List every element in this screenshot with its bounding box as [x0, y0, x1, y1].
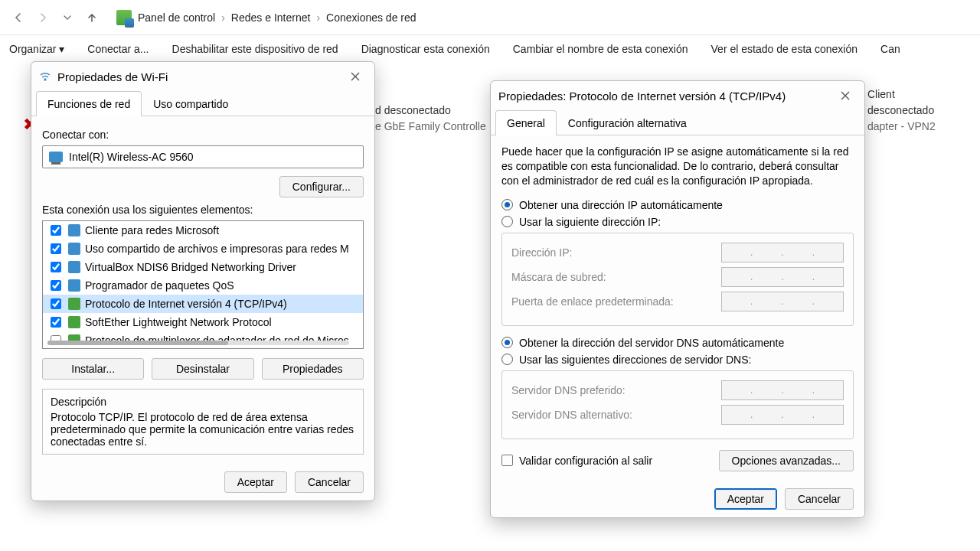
- ok-button[interactable]: Aceptar: [224, 471, 287, 493]
- protocol-icon: [68, 279, 80, 292]
- radio-auto-dns[interactable]: Obtener la dirección del servidor DNS au…: [501, 337, 854, 349]
- properties-button[interactable]: Propiedades: [262, 358, 364, 380]
- protocol-icon: [68, 316, 80, 328]
- breadcrumb-item[interactable]: Conexiones de red: [326, 11, 416, 24]
- wifi-icon: [39, 70, 51, 83]
- organize-menu[interactable]: Organizar ▾: [9, 43, 64, 55]
- up-button[interactable]: [80, 5, 104, 30]
- back-button[interactable]: [6, 5, 31, 30]
- explorer-navbar: Panel de control › Redes e Internet › Co…: [0, 0, 980, 35]
- protocol-icon: [68, 261, 80, 273]
- tab-sharing[interactable]: Uso compartido: [142, 91, 240, 116]
- dns-alternate-input: ...: [721, 405, 844, 425]
- configure-button[interactable]: Configurar...: [279, 176, 364, 197]
- element-item[interactable]: Protocolo de Internet versión 4 (TCP/IPv…: [43, 295, 363, 313]
- cancel-button[interactable]: Cancelar: [295, 471, 364, 493]
- close-button[interactable]: [834, 84, 857, 107]
- ipv4-tabs: General Configuración alternativa: [491, 110, 864, 135]
- close-button[interactable]: [344, 65, 367, 88]
- element-item[interactable]: Cliente para redes Microsoft: [43, 221, 363, 240]
- element-checkbox[interactable]: [51, 317, 61, 328]
- element-checkbox[interactable]: [51, 298, 61, 309]
- breadcrumb-item[interactable]: Redes e Internet: [231, 11, 311, 24]
- ipv4-title: Propiedades: Protocolo de Internet versi…: [498, 90, 786, 103]
- bg-text: Client: [867, 88, 895, 100]
- horizontal-scrollbar[interactable]: [47, 341, 349, 345]
- subnet-mask-label: Máscara de subred:: [511, 271, 721, 283]
- radio-icon: [501, 337, 513, 348]
- dns-preferred-input: ...: [721, 380, 844, 400]
- breadcrumb-item[interactable]: Panel de control: [138, 11, 215, 24]
- element-label: VirtualBox NDIS6 Bridged Networking Driv…: [85, 261, 296, 273]
- elements-list[interactable]: Cliente para redes MicrosoftUso comparti…: [42, 220, 364, 349]
- wifi-properties-dialog: Propiedades de Wi-Fi Funciones de red Us…: [31, 61, 375, 501]
- checkbox-icon: [501, 455, 513, 466]
- bg-text: dapter - VPN2: [867, 120, 936, 132]
- radio-label: Usar las siguientes direcciones de servi…: [519, 354, 751, 366]
- element-item[interactable]: SoftEther Lightweight Network Protocol: [43, 313, 363, 331]
- elements-label: Esta conexión usa los siguientes element…: [42, 204, 364, 216]
- element-checkbox[interactable]: [51, 225, 61, 236]
- dns-preferred-label: Servidor DNS preferido:: [511, 384, 721, 396]
- radio-manual-dns[interactable]: Usar las siguientes direcciones de servi…: [501, 354, 854, 366]
- install-button[interactable]: Instalar...: [42, 358, 144, 380]
- ipv4-titlebar: Propiedades: Protocolo de Internet versi…: [491, 81, 864, 110]
- element-checkbox[interactable]: [51, 262, 61, 272]
- gateway-input: ...: [721, 292, 844, 311]
- element-item[interactable]: Programador de paquetes QoS: [43, 276, 363, 295]
- bg-text: d desconectado: [375, 104, 451, 116]
- description-text: Protocolo TCP/IP. El protocolo de red de…: [51, 411, 355, 448]
- ipv4-properties-dialog: Propiedades: Protocolo de Internet versi…: [490, 80, 865, 518]
- connect-to-button[interactable]: Conectar a...: [87, 43, 149, 55]
- element-label: Protocolo de Internet versión 4 (TCP/IPv…: [85, 298, 287, 310]
- element-checkbox[interactable]: [51, 243, 61, 254]
- adapter-name: Intel(R) Wireless-AC 9560: [69, 151, 194, 163]
- radio-auto-ip[interactable]: Obtener una dirección IP automáticamente: [501, 199, 854, 211]
- tab-network-functions[interactable]: Funciones de red: [36, 91, 142, 116]
- radio-label: Obtener una dirección IP automáticamente: [519, 199, 723, 211]
- tab-alternate-config[interactable]: Configuración alternativa: [557, 110, 698, 135]
- radio-icon: [501, 199, 513, 210]
- cancel-button[interactable]: Cancelar: [785, 488, 854, 510]
- wifi-title: Propiedades de Wi-Fi: [57, 70, 168, 83]
- gateway-label: Puerta de enlace predeterminada:: [511, 295, 721, 308]
- forward-button[interactable]: [31, 5, 55, 30]
- element-label: SoftEther Lightweight Network Protocol: [85, 316, 272, 328]
- element-checkbox[interactable]: [51, 280, 61, 291]
- rename-button[interactable]: Cambiar el nombre de esta conexión: [513, 43, 688, 55]
- wifi-titlebar: Propiedades de Wi-Fi: [31, 62, 374, 91]
- bg-text: e GbE Family Controlle: [375, 120, 486, 132]
- radio-icon: [501, 216, 513, 227]
- validate-checkbox[interactable]: Validar configuración al salir: [501, 455, 652, 467]
- diagnose-button[interactable]: Diagnosticar esta conexión: [361, 43, 490, 55]
- radio-label: Obtener la dirección del servidor DNS au…: [519, 337, 784, 349]
- element-item[interactable]: VirtualBox NDIS6 Bridged Networking Driv…: [43, 258, 363, 276]
- breadcrumb[interactable]: Panel de control › Redes e Internet › Co…: [116, 10, 416, 25]
- wifi-tabs: Funciones de red Uso compartido: [31, 91, 374, 116]
- protocol-icon: [68, 298, 80, 310]
- tab-general[interactable]: General: [495, 110, 557, 135]
- adapter-icon: [49, 152, 63, 162]
- ip-address-label: Dirección IP:: [511, 246, 721, 259]
- validate-label: Validar configuración al salir: [519, 455, 652, 467]
- chevron-right-icon: ›: [316, 11, 320, 24]
- protocol-icon: [68, 243, 80, 255]
- description-box: Descripción Protocolo TCP/IP. El protoco…: [42, 389, 364, 455]
- advanced-button[interactable]: Opciones avanzadas...: [719, 450, 854, 471]
- chevron-right-icon: ›: [221, 11, 225, 24]
- element-label: Cliente para redes Microsoft: [85, 224, 219, 236]
- ip-address-input: ...: [721, 243, 844, 262]
- ok-button[interactable]: Aceptar: [714, 488, 777, 510]
- subnet-mask-input: ...: [721, 267, 844, 287]
- radio-manual-ip[interactable]: Usar la siguiente dirección IP:: [501, 216, 854, 228]
- recent-dropdown[interactable]: [55, 5, 80, 30]
- uninstall-button[interactable]: Desinstalar: [152, 358, 253, 380]
- protocol-icon: [68, 224, 80, 236]
- command-bar: Organizar ▾ Conectar a... Deshabilitar e…: [0, 35, 980, 63]
- view-status-button[interactable]: Ver el estado de esta conexión: [711, 43, 858, 55]
- more-button[interactable]: Can: [880, 43, 900, 55]
- disable-device-button[interactable]: Deshabilitar este dispositivo de red: [172, 43, 338, 55]
- element-item[interactable]: Uso compartido de archivos e impresoras …: [43, 240, 363, 258]
- radio-icon: [501, 354, 513, 365]
- network-folder-icon: [116, 10, 132, 25]
